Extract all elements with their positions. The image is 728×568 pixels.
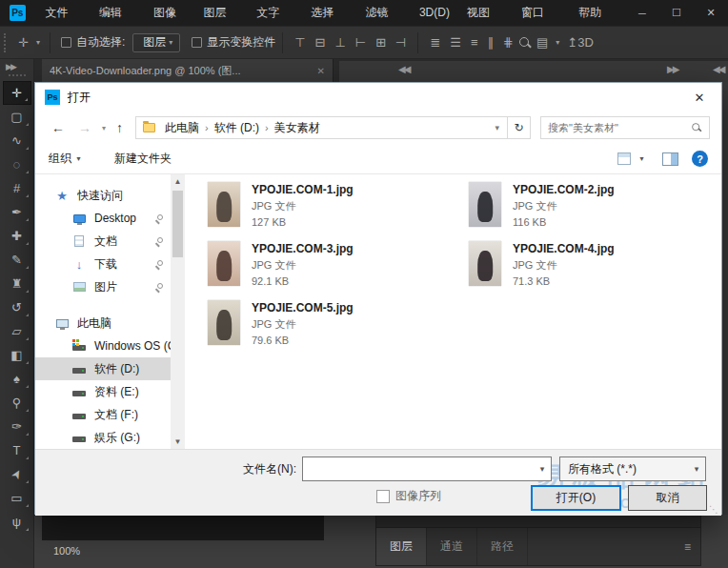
menu-type[interactable]: 文字(Y) — [248, 0, 302, 26]
dodge-tool[interactable]: ⚲ — [3, 391, 31, 415]
sidebar-item-drive-f[interactable]: 文档 (F:) — [35, 403, 171, 426]
sidebar-item-pictures[interactable]: 图片 — [35, 275, 171, 298]
image-sequence-option[interactable]: 图像序列 — [376, 488, 441, 504]
search-box[interactable] — [540, 116, 710, 139]
canvas[interactable] — [42, 515, 324, 540]
tab-paths[interactable]: 路径 — [477, 528, 528, 565]
export-3d-icon[interactable]: ↥3D — [562, 35, 598, 50]
distribute-horizontal-icon[interactable]: ∥ — [483, 35, 499, 50]
help-button[interactable]: ? — [692, 151, 708, 167]
collapse-panel-icon[interactable]: ◀◀ — [713, 64, 723, 74]
refresh-button[interactable]: ↻ — [508, 116, 531, 139]
sidebar-item-drive-c[interactable]: Windows OS (C:) — [35, 335, 171, 357]
breadcrumb-this-pc[interactable]: 此电脑 — [161, 120, 203, 136]
tools-collapse-icon[interactable]: ▶▶ — [0, 59, 33, 72]
brush-tool[interactable]: ✎ — [3, 248, 31, 272]
clone-stamp-tool[interactable]: ♜ — [3, 272, 31, 295]
file-item[interactable]: YPOJIE.COM-5.jpg JPG 文件 79.6 KB — [208, 300, 469, 359]
breadcrumb-drive-d[interactable]: 软件 (D:) — [211, 120, 263, 136]
menu-edit[interactable]: 编辑(E) — [91, 0, 145, 26]
distribute-vertical-icon[interactable]: ⋕ — [498, 35, 518, 50]
dialog-close-button[interactable]: ✕ — [677, 83, 721, 112]
zoom-level[interactable]: 100% — [53, 545, 80, 557]
filename-input[interactable] — [303, 462, 534, 476]
tab-close-icon[interactable]: ✕ — [317, 66, 325, 76]
align-right-icon[interactable]: ⊣ — [391, 35, 411, 50]
panel-menu-icon[interactable]: ≡ — [684, 528, 691, 565]
breadcrumb-folder[interactable]: 美女素材 — [271, 120, 324, 136]
menu-view[interactable]: 视图(V) — [458, 0, 513, 26]
organize-button[interactable]: 组织 — [49, 151, 71, 167]
search-icon[interactable] — [691, 122, 701, 132]
search-input[interactable] — [541, 122, 690, 133]
maximize-button[interactable]: ☐ — [659, 1, 694, 26]
filename-combo[interactable]: ▾ — [302, 456, 552, 481]
forward-button[interactable]: → — [71, 120, 98, 135]
tab-layers[interactable]: 图层 — [376, 528, 427, 565]
chevron-down-icon[interactable]: ▾ — [534, 464, 551, 474]
lasso-tool[interactable]: ∿ — [3, 129, 31, 152]
marquee-tool[interactable]: ▢ — [3, 105, 31, 129]
menu-window[interactable]: 窗口(W) — [513, 0, 570, 26]
sidebar-item-quick-access[interactable]: ★ 快速访问 — [35, 184, 171, 207]
file-item[interactable]: YPOJIE.COM-1.jpg JPG 文件 127 KB — [208, 182, 469, 241]
align-vcenter-icon[interactable]: ⊟ — [311, 35, 331, 50]
chevron-down-icon[interactable]: ▾ — [553, 38, 562, 47]
file-item[interactable]: YPOJIE.COM-3.jpg JPG 文件 92.1 KB — [208, 241, 469, 300]
back-button[interactable]: ← — [45, 120, 71, 135]
sidebar-item-drive-e[interactable]: 资料 (E:) — [35, 380, 171, 403]
hand-tool[interactable]: ψ — [3, 510, 31, 534]
view-mode-button[interactable]: ▼ — [617, 152, 649, 165]
panel-toggle-icon[interactable]: ▤ — [532, 35, 553, 50]
zoom-icon[interactable] — [518, 36, 532, 50]
menu-3d[interactable]: 3D(D) — [411, 0, 458, 26]
eraser-tool[interactable]: ▱ — [3, 319, 31, 343]
sidebar-item-downloads[interactable]: ↓ 下载 — [35, 253, 171, 275]
up-button[interactable]: ↑ — [110, 120, 130, 135]
dialog-titlebar[interactable]: Ps 打开 ✕ — [35, 83, 721, 112]
document-tab[interactable]: 4K-Video-Downloader.png @ 100% (图... ✕ — [42, 59, 334, 82]
sidebar-item-desktop[interactable]: Desktop — [35, 207, 171, 230]
organize-caret-icon[interactable]: ▼ — [71, 155, 86, 162]
crop-tool[interactable]: # — [3, 176, 31, 200]
move-tool[interactable]: ✛ — [3, 81, 31, 105]
menu-layer[interactable]: 图层(L) — [195, 0, 249, 26]
healing-brush-tool[interactable]: ✚ — [3, 224, 31, 248]
tool-preset-caret-icon[interactable]: ▾ — [33, 38, 43, 47]
recent-locations-icon[interactable]: ▾ — [98, 124, 110, 132]
resize-grip[interactable]: ⋱ — [709, 504, 718, 515]
blur-tool[interactable]: ♠ — [3, 367, 31, 391]
history-brush-tool[interactable]: ↺ — [3, 295, 31, 319]
minimize-button[interactable]: ─ — [625, 1, 659, 26]
sidebar-item-drive-d[interactable]: 软件 (D:) — [35, 357, 171, 380]
address-bar[interactable]: 此电脑 › 软件 (D:) › 美女素材 ▾ — [135, 116, 508, 139]
format-dropdown[interactable]: 所有格式 (*.*) ▾ — [559, 456, 706, 481]
gradient-tool[interactable]: ◧ — [3, 343, 31, 367]
quick-selection-tool[interactable]: ◌ — [3, 152, 31, 176]
scrollbar-thumb[interactable] — [172, 191, 183, 257]
path-selection-tool[interactable]: ➤ — [3, 462, 31, 486]
collapse-panel-icon[interactable]: ◀◀ — [398, 64, 409, 74]
scroll-up-icon[interactable]: ▲ — [171, 174, 185, 189]
sidebar-item-documents[interactable]: 文档 — [35, 230, 171, 253]
image-sequence-checkbox[interactable] — [376, 490, 390, 503]
shape-tool[interactable]: ▭ — [3, 486, 31, 510]
auto-select-checkbox[interactable] — [61, 37, 71, 48]
sidebar-item-this-pc[interactable]: 此电脑 — [35, 312, 171, 335]
distribute-bottom-icon[interactable]: ≡ — [466, 35, 483, 50]
sidebar-item-drive-g[interactable]: 娱乐 (G:) — [35, 426, 171, 449]
sidebar-scrollbar[interactable]: ▲ ▼ — [171, 174, 185, 449]
open-button[interactable]: 打开(O) — [531, 485, 621, 511]
type-tool[interactable]: T — [3, 438, 31, 462]
scroll-down-icon[interactable]: ▼ — [171, 435, 185, 449]
menu-image[interactable]: 图像(I) — [145, 0, 195, 26]
align-left-icon[interactable]: ⊢ — [351, 35, 371, 50]
align-top-icon[interactable]: ⊤ — [290, 35, 310, 50]
align-hcenter-icon[interactable]: ⊞ — [371, 35, 391, 50]
file-item[interactable]: YPOJIE.COM-2.jpg JPG 文件 116 KB — [469, 182, 721, 241]
file-item[interactable]: YPOJIE.COM-4.jpg JPG 文件 71.3 KB — [469, 241, 721, 300]
distribute-vcenter-icon[interactable]: ☰ — [445, 35, 466, 50]
menu-help[interactable]: 帮助(H) — [570, 0, 625, 26]
menu-file[interactable]: 文件(F) — [37, 0, 91, 26]
distribute-top-icon[interactable]: ≣ — [425, 35, 445, 50]
